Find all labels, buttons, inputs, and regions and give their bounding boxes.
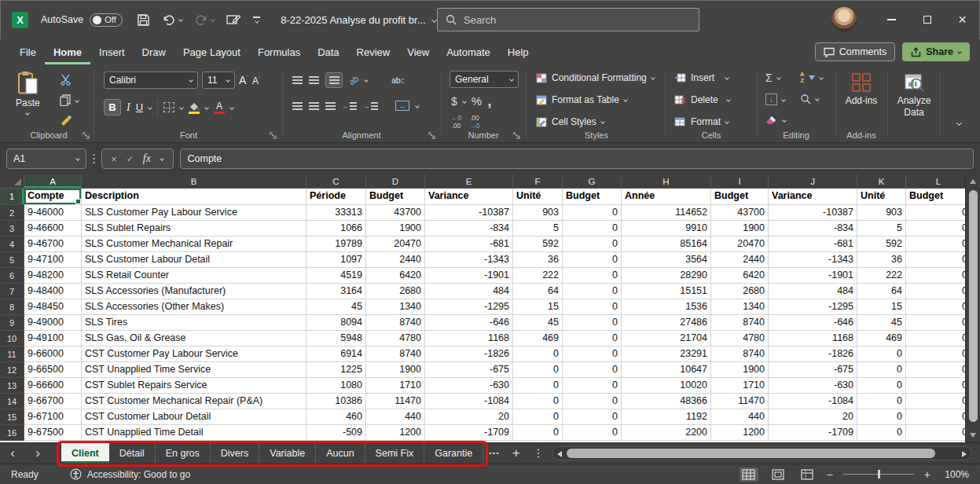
cell[interactable]: 0: [857, 378, 906, 394]
normal-view-icon[interactable]: [740, 468, 758, 482]
sort-filter-dropdown-icon[interactable]: [820, 75, 824, 80]
user-avatar[interactable]: [831, 7, 857, 32]
cell[interactable]: SLS Retail Counter: [82, 268, 306, 284]
prev-sheet-icon[interactable]: ‹: [0, 443, 25, 464]
cell[interactable]: 43700: [366, 205, 425, 221]
cell[interactable]: CST Customer Mechanical Repair (P&A): [82, 394, 306, 409]
cell[interactable]: -509: [306, 425, 366, 441]
cell[interactable]: 2200: [622, 425, 711, 441]
cut-icon[interactable]: [60, 74, 72, 86]
fx-dropdown-icon[interactable]: [160, 156, 164, 161]
alignment-dialog-launcher-icon[interactable]: [428, 132, 435, 139]
cell[interactable]: 8094: [306, 315, 366, 331]
cell[interactable]: Unité: [513, 189, 563, 205]
sheet-tab-en-gros[interactable]: En gros: [156, 443, 211, 464]
fill-color-dropdown-icon[interactable]: [204, 105, 209, 110]
font-color-dropdown-icon[interactable]: [229, 105, 234, 110]
cell[interactable]: 10386: [306, 394, 366, 409]
cell[interactable]: -834: [425, 221, 513, 236]
page-break-view-icon[interactable]: [798, 468, 817, 482]
cell[interactable]: 0: [906, 409, 965, 425]
increase-indent-icon[interactable]: →: [363, 102, 378, 110]
decrease-decimal-icon[interactable]: .00→0: [469, 115, 479, 130]
cell[interactable]: CST Unapplied Time Service: [82, 362, 306, 378]
cell[interactable]: 36: [513, 252, 563, 268]
cell[interactable]: SLS Accessories (Manufacturer): [82, 284, 306, 299]
cell[interactable]: 0: [906, 268, 965, 284]
menu-item-file[interactable]: File: [11, 39, 45, 64]
cell[interactable]: 222: [513, 268, 563, 284]
formula-input[interactable]: Compte: [180, 148, 974, 169]
cell[interactable]: Budget: [906, 189, 965, 205]
currency-format-icon[interactable]: $: [451, 95, 457, 108]
conditional-formatting-button[interactable]: Conditional Formatting: [536, 72, 655, 83]
sheet-tab-détail[interactable]: Détail: [109, 443, 156, 464]
comma-format-icon[interactable]: ,: [487, 97, 491, 105]
autosum-dropdown-icon[interactable]: [776, 75, 781, 80]
cell[interactable]: 2680: [366, 284, 425, 299]
menu-item-insert[interactable]: Insert: [90, 39, 134, 64]
cell[interactable]: 0: [563, 252, 622, 268]
cell[interactable]: 0: [857, 425, 906, 441]
column-header-B[interactable]: B: [82, 174, 306, 189]
cell[interactable]: 11470: [366, 394, 425, 409]
cell[interactable]: 9-66500: [24, 362, 82, 378]
clear-button[interactable]: [765, 115, 786, 125]
horizontal-scrollbar[interactable]: [552, 446, 972, 460]
cell[interactable]: -1295: [425, 299, 513, 315]
cell[interactable]: 0: [563, 346, 622, 362]
cell[interactable]: 0: [563, 409, 622, 425]
increase-font-icon[interactable]: Aˆ: [239, 74, 248, 86]
cell[interactable]: -1826: [769, 346, 857, 362]
menu-item-view[interactable]: View: [398, 39, 438, 64]
cell[interactable]: 440: [366, 409, 425, 425]
cell[interactable]: 0: [906, 315, 965, 331]
cell[interactable]: 2680: [711, 284, 769, 299]
cell[interactable]: 8740: [711, 315, 769, 331]
number-format-select[interactable]: General: [450, 71, 519, 88]
cell[interactable]: 5: [857, 221, 906, 236]
menu-item-draw[interactable]: Draw: [134, 39, 174, 64]
row-header-1[interactable]: 1: [0, 189, 24, 205]
cell[interactable]: 0: [563, 331, 622, 346]
cell[interactable]: 1340: [711, 299, 769, 315]
format-as-table-button[interactable]: Format as Table: [536, 94, 627, 105]
cell[interactable]: 1200: [366, 425, 425, 441]
cell[interactable]: 5948: [306, 331, 366, 346]
cell[interactable]: -1826: [425, 346, 513, 362]
cell[interactable]: -646: [425, 315, 513, 331]
cell[interactable]: 0: [906, 236, 965, 252]
vertical-scrollbar[interactable]: [965, 174, 980, 442]
cell[interactable]: 0: [563, 284, 622, 299]
sheet-tab-aucun[interactable]: Aucun: [316, 443, 365, 464]
column-header-C[interactable]: C: [306, 174, 366, 189]
share-dropdown-icon[interactable]: [957, 50, 962, 54]
scroll-left-icon[interactable]: [557, 451, 562, 457]
delete-cells-button[interactable]: Delete: [674, 94, 730, 105]
cell[interactable]: -10387: [769, 205, 857, 221]
cell[interactable]: 0: [906, 284, 965, 299]
align-left-icon[interactable]: [292, 102, 303, 110]
cell[interactable]: -1343: [425, 252, 513, 268]
cell[interactable]: Variance: [425, 189, 513, 205]
orientation-dropdown-icon[interactable]: [364, 78, 369, 82]
autosum-button[interactable]: Σ: [765, 72, 780, 84]
clipboard-dialog-launcher-icon[interactable]: [83, 132, 90, 139]
page-layout-view-icon[interactable]: [769, 468, 787, 482]
number-dialog-launcher-icon[interactable]: [513, 132, 520, 139]
cell[interactable]: -681: [425, 236, 513, 252]
cell[interactable]: 1900: [711, 362, 769, 378]
find-dropdown-icon[interactable]: [815, 97, 820, 101]
cell[interactable]: 903: [513, 205, 563, 221]
italic-button[interactable]: I: [127, 101, 130, 114]
customize-toolbar-icon[interactable]: [253, 16, 260, 22]
cell[interactable]: -630: [425, 378, 513, 394]
cell[interactable]: 9-46000: [24, 205, 82, 221]
cell[interactable]: Budget: [366, 189, 425, 205]
cell[interactable]: 3164: [306, 284, 366, 299]
cell[interactable]: Budget: [711, 189, 769, 205]
column-header-F[interactable]: F: [513, 174, 563, 189]
cell[interactable]: 0: [857, 409, 906, 425]
cell[interactable]: Période: [306, 189, 366, 205]
cell[interactable]: -1084: [425, 394, 513, 409]
